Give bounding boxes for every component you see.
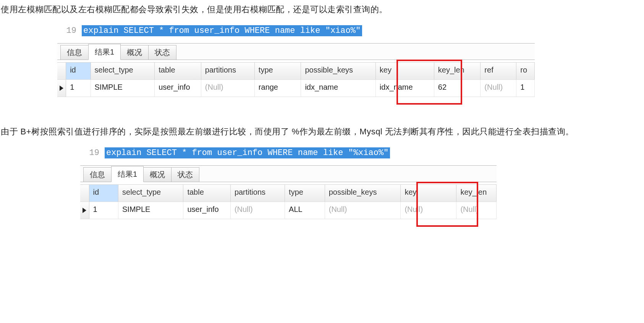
tab-信息[interactable]: 信息 (60, 45, 89, 60)
column-header-id[interactable]: id (66, 63, 91, 79)
tab-信息[interactable]: 信息 (83, 167, 112, 182)
result-grid-2: idselect_typetablepartitionstypepossible… (80, 184, 497, 219)
sql-editor-line: 19 explain SELECT * from user_info WHERE… (80, 145, 497, 165)
cell-key_len[interactable]: (Null) (456, 202, 497, 219)
cell-ref[interactable]: (Null) (481, 80, 516, 97)
result-tabs: 信息结果1概况状态 (80, 165, 497, 182)
column-header-ro[interactable]: ro (516, 63, 535, 79)
cell-possible_keys[interactable]: (Null) (325, 202, 401, 219)
cell-key[interactable]: (Null) (401, 202, 456, 219)
result-tabs: 信息结果1概况状态 (57, 43, 535, 60)
tab-结果1[interactable]: 结果1 (88, 44, 121, 60)
row-marker-header (80, 185, 89, 202)
cell-possible_keys[interactable]: idx_name (301, 80, 375, 97)
sql-editor-line: 19 explain SELECT * from user_info WHERE… (57, 23, 535, 43)
column-header-key_len[interactable]: key_len (434, 63, 481, 79)
column-header-key[interactable]: key (376, 63, 434, 79)
cell-type[interactable]: ALL (285, 202, 325, 219)
column-header-type[interactable]: type (285, 185, 325, 202)
tab-概况[interactable]: 概况 (120, 45, 149, 60)
cell-type[interactable]: range (255, 80, 301, 97)
cell-table[interactable]: user_info (183, 202, 230, 219)
cell-key_len[interactable]: 62 (434, 80, 481, 97)
column-header-possible_keys[interactable]: possible_keys (325, 185, 401, 202)
cell-id[interactable]: 1 (66, 80, 91, 97)
cell-partitions[interactable]: (Null) (201, 80, 255, 97)
line-number: 19 (57, 26, 82, 36)
cell-table[interactable]: user_info (155, 80, 201, 97)
column-header-key[interactable]: key (401, 185, 456, 202)
column-header-ref[interactable]: ref (481, 63, 516, 79)
column-header-type[interactable]: type (255, 63, 301, 79)
cell-ro[interactable]: 1 (516, 80, 535, 97)
cell-select_type[interactable]: SIMPLE (91, 80, 155, 97)
current-row-marker-icon (80, 202, 89, 219)
tab-结果1[interactable]: 结果1 (111, 166, 144, 182)
sql-code[interactable]: explain SELECT * from user_info WHERE na… (82, 25, 362, 36)
tab-状态[interactable]: 状态 (171, 167, 199, 182)
cell-id[interactable]: 1 (89, 202, 118, 219)
column-header-id[interactable]: id (89, 185, 118, 202)
column-header-key_len[interactable]: key_len (456, 185, 497, 202)
current-row-marker-icon (57, 80, 66, 97)
cell-select_type[interactable]: SIMPLE (118, 202, 183, 219)
column-header-table[interactable]: table (183, 185, 230, 202)
cell-key[interactable]: idx_name (376, 80, 434, 97)
paragraph-2: 由于 B+树按照索引值进行排序的，实际是按照最左前缀进行比较，而使用了 %作为最… (1, 124, 643, 140)
cell-partitions[interactable]: (Null) (231, 202, 285, 219)
column-header-table[interactable]: table (155, 63, 201, 79)
paragraph-1: 使用左模糊匹配以及左右模糊匹配都会导致索引失效，但是使用右模糊匹配，还是可以走索… (1, 2, 643, 18)
tab-概况[interactable]: 概况 (143, 167, 172, 182)
result-grid-1: idselect_typetablepartitionstypepossible… (57, 62, 535, 97)
column-header-possible_keys[interactable]: possible_keys (301, 63, 375, 79)
row-marker-header (57, 63, 66, 79)
sql-panel-2: 19 explain SELECT * from user_info WHERE… (80, 145, 497, 219)
column-header-partitions[interactable]: partitions (231, 185, 285, 202)
sql-code[interactable]: explain SELECT * from user_info WHERE na… (105, 147, 390, 158)
tab-状态[interactable]: 状态 (148, 45, 176, 60)
sql-panel-1: 19 explain SELECT * from user_info WHERE… (57, 23, 535, 97)
column-header-partitions[interactable]: partitions (201, 63, 255, 79)
line-number: 19 (80, 148, 105, 158)
column-header-select_type[interactable]: select_type (118, 185, 183, 202)
column-header-select_type[interactable]: select_type (91, 63, 155, 79)
